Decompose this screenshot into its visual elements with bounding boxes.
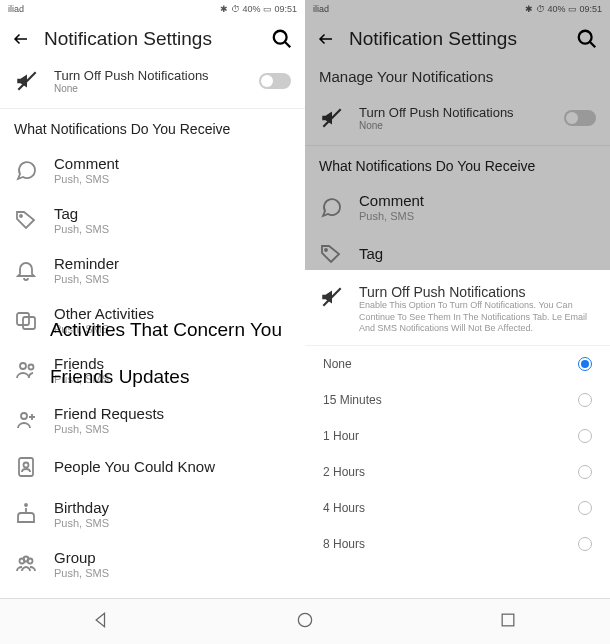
option-label: 15 Minutes	[323, 393, 382, 407]
list-sub: Push, SMS	[54, 517, 291, 529]
option-1hour[interactable]: 1 Hour	[305, 418, 610, 454]
list-sub: Push, SMS	[54, 423, 291, 435]
list-item-group[interactable]: GroupPush, SMS	[0, 539, 305, 589]
push-toggle-row[interactable]: Turn Off Push Notifications None	[0, 60, 305, 109]
friend-request-icon	[14, 408, 38, 432]
svg-point-2	[20, 215, 22, 217]
option-none[interactable]: None	[305, 346, 610, 382]
option-label: 8 Hours	[323, 537, 365, 551]
list-item-birthday[interactable]: BirthdayPush, SMS	[0, 489, 305, 539]
group-icon	[14, 552, 38, 576]
push-sub: None	[359, 120, 550, 131]
screen-right: iliad ✱ ⏱ 40% ▭ 09:51 Notification Setti…	[305, 0, 610, 598]
push-toggle[interactable]	[564, 110, 596, 126]
list-title: Friend Requests	[54, 405, 291, 423]
list-item-tag[interactable]: TagPush, SMS	[0, 195, 305, 245]
carrier-label: iliad	[8, 4, 24, 14]
svg-point-13	[579, 31, 592, 44]
status-bar: iliad ✱ ⏱ 40% ▭ 09:51	[305, 0, 610, 18]
list-sub: Push, SMS	[54, 273, 291, 285]
overlay-caption-1: Activities That Concern You	[50, 319, 282, 341]
search-icon[interactable]	[271, 28, 293, 50]
option-4hours[interactable]: 4 Hours	[305, 490, 610, 526]
section-header: What Notifications Do You Receive	[305, 146, 610, 182]
list-item-people-know[interactable]: People You Could Know	[0, 445, 305, 489]
list-item-comment[interactable]: CommentPush, SMS	[305, 182, 610, 232]
list-sub: Push, SMS	[54, 567, 291, 579]
bell-icon	[14, 258, 38, 282]
list-item-reminder[interactable]: ReminderPush, SMS	[0, 245, 305, 295]
nav-recent-icon[interactable]	[498, 610, 518, 634]
radio-icon	[578, 393, 592, 407]
option-2hours[interactable]: 2 Hours	[305, 454, 610, 490]
page-title: Notification Settings	[44, 28, 257, 50]
option-label: 1 Hour	[323, 429, 359, 443]
option-8hours[interactable]: 8 Hours	[305, 526, 610, 562]
list-title: Birthday	[54, 499, 291, 517]
comment-icon	[319, 195, 343, 219]
overlay-caption-2: Friends Updates	[50, 366, 189, 388]
push-toggle[interactable]	[259, 73, 291, 89]
push-title: Turn Off Push Notifications	[359, 105, 550, 120]
svg-point-9	[24, 463, 29, 468]
svg-rect-18	[502, 614, 514, 626]
section-header: What Notifications Do You Receive	[0, 109, 305, 145]
svg-point-5	[20, 363, 26, 369]
radio-icon	[578, 429, 592, 443]
comment-icon	[14, 158, 38, 182]
back-icon[interactable]	[317, 30, 335, 48]
carrier-label: iliad	[313, 4, 329, 14]
screen-left: iliad ✱ ⏱ 40% ▭ 09:51 Notification Setti…	[0, 0, 305, 598]
svg-point-12	[24, 557, 29, 562]
push-text: Turn Off Push Notifications None	[359, 105, 550, 131]
back-icon[interactable]	[12, 30, 30, 48]
list-sub: Push, SMS	[359, 210, 596, 222]
radio-icon	[578, 465, 592, 479]
push-toggle-row[interactable]: Turn Off Push Notifications None	[305, 97, 610, 146]
svg-point-15	[325, 249, 327, 251]
page-header: Notification Settings	[305, 18, 610, 60]
status-right: ✱ ⏱ 40% ▭ 09:51	[220, 4, 297, 14]
page-title: Notification Settings	[349, 28, 562, 50]
tag-icon	[14, 208, 38, 232]
activities-icon	[14, 308, 38, 332]
push-title: Turn Off Push Notifications	[54, 68, 245, 83]
list-title: Group	[54, 549, 291, 567]
svg-point-7	[21, 413, 27, 419]
list-item-comment[interactable]: CommentPush, SMS	[0, 145, 305, 195]
option-15min[interactable]: 15 Minutes	[305, 382, 610, 418]
list-title: Comment	[359, 192, 596, 210]
manage-header: Manage Your Notifications	[305, 60, 610, 97]
option-label: 2 Hours	[323, 465, 365, 479]
list-title: People You Could Know	[54, 458, 291, 476]
option-label: 4 Hours	[323, 501, 365, 515]
svg-point-6	[29, 365, 34, 370]
radio-icon	[578, 501, 592, 515]
android-navbar	[0, 598, 610, 644]
page-header: Notification Settings	[0, 18, 305, 60]
push-text: Turn Off Push Notifications None	[54, 68, 245, 94]
tag-icon	[319, 242, 343, 266]
sheet-header: Turn Off Push Notifications Enable This …	[305, 270, 610, 346]
svg-point-0	[274, 31, 287, 44]
sheet-title: Turn Off Push Notifications	[359, 284, 596, 300]
birthday-icon	[14, 502, 38, 526]
list-title: Comment	[54, 155, 291, 173]
list-title: Tag	[54, 205, 291, 223]
megaphone-off-icon	[319, 284, 345, 310]
list-title: Tag	[359, 245, 596, 263]
search-icon[interactable]	[576, 28, 598, 50]
list-title: Reminder	[54, 255, 291, 273]
megaphone-off-icon	[319, 105, 345, 131]
option-label: None	[323, 357, 352, 371]
nav-home-icon[interactable]	[295, 610, 315, 634]
sheet-desc: Enable This Option To Turn Off Notificat…	[359, 300, 596, 335]
svg-point-17	[298, 613, 311, 626]
list-sub: Push, SMS	[54, 223, 291, 235]
list-item-friend-requests[interactable]: Friend RequestsPush, SMS	[0, 395, 305, 445]
contacts-icon	[14, 455, 38, 479]
radio-icon	[578, 537, 592, 551]
list-sub: Push, SMS	[54, 173, 291, 185]
nav-back-icon[interactable]	[92, 610, 112, 634]
push-sub: None	[54, 83, 245, 94]
